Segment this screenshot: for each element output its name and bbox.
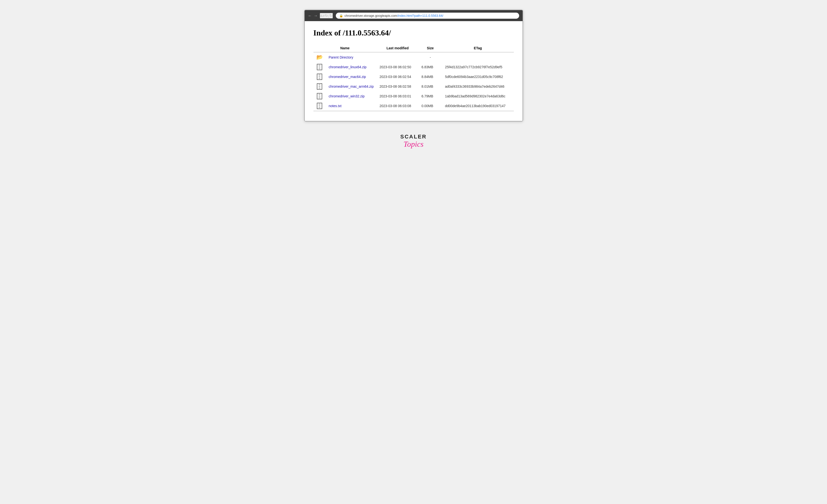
- table-row: 01010101010101chromedriver_mac_arm64.zip…: [313, 81, 514, 91]
- file-icon: 01010101010101: [317, 103, 322, 109]
- file-link[interactable]: chromedriver_win32.zip: [329, 94, 365, 98]
- file-icon-cell: 01010101010101: [313, 91, 326, 101]
- url-display: chromedriver.storage.googleapis.com/inde…: [345, 14, 443, 17]
- lock-icon: 🔒: [339, 14, 343, 17]
- table-header-row: Name Last modified Size ETag: [313, 44, 514, 52]
- file-link[interactable]: notes.txt: [329, 104, 342, 108]
- scaler-title: SCALER: [400, 133, 427, 140]
- back-button[interactable]: ←: [308, 14, 312, 18]
- file-etag-cell: 25f4d1322a97c772cb9276f7e52d9ef5: [442, 62, 514, 72]
- page-title: Index of /111.0.5563.64/: [313, 29, 514, 38]
- file-modified-cell: 2023-03-08 06:02:50: [377, 62, 419, 72]
- file-modified-cell: 2023-03-08 06:03:08: [377, 101, 419, 111]
- file-size-cell: 6.79MB: [419, 91, 442, 101]
- file-link[interactable]: chromedriver_linux64.zip: [329, 65, 367, 69]
- file-etag-cell: ad0af4333c36933b984a7edeb2647d46: [442, 81, 514, 91]
- file-modified-cell: 2023-03-08 06:03:01: [377, 91, 419, 101]
- file-icon-cell: 📂: [313, 52, 326, 62]
- file-table: Name Last modified Size ETag 📂Parent Dir…: [313, 44, 514, 111]
- table-row: 01010101010101chromedriver_mac64.zip2023…: [313, 72, 514, 81]
- col-header-name: Name: [313, 44, 377, 52]
- file-icon: 01010101010101: [317, 83, 322, 90]
- file-icon: 01010101010101: [317, 93, 322, 99]
- file-name-cell[interactable]: Parent Directory: [326, 52, 377, 62]
- file-etag-cell: 1ab9bad13ad569d982302e7e4da63d6c: [442, 91, 514, 101]
- file-name-cell[interactable]: chromedriver_linux64.zip: [326, 62, 377, 72]
- file-size-cell: 0.00MB: [419, 101, 442, 111]
- file-name-cell[interactable]: notes.txt: [326, 101, 377, 111]
- file-link[interactable]: Parent Directory: [329, 55, 353, 59]
- file-link[interactable]: chromedriver_mac_arm64.zip: [329, 85, 374, 89]
- url-path: /index.html?path=111.0.5563.64/: [397, 14, 443, 17]
- file-icon-cell: 01010101010101: [313, 81, 326, 91]
- file-name-cell[interactable]: chromedriver_win32.zip: [326, 91, 377, 101]
- col-header-size: Size: [419, 44, 442, 52]
- col-header-etag: ETag: [442, 44, 514, 52]
- file-name-cell[interactable]: chromedriver_mac_arm64.zip: [326, 81, 377, 91]
- file-modified-cell: 2023-03-08 06:02:58: [377, 81, 419, 91]
- file-modified-cell: [377, 52, 419, 62]
- forward-button[interactable]: →: [314, 14, 318, 18]
- table-row: 📂Parent Directory-: [313, 52, 514, 62]
- file-icon-cell: 01010101010101: [313, 101, 326, 111]
- file-size-cell: 8.84MB: [419, 72, 442, 81]
- file-etag-cell: 5df0cde6094b3aae2231d05c9c708f62: [442, 72, 514, 81]
- scaler-topics: Topics: [400, 140, 427, 149]
- file-modified-cell: 2023-03-08 06:02:54: [377, 72, 419, 81]
- folder-icon: 📂: [317, 54, 323, 60]
- file-link[interactable]: chromedriver_mac64.zip: [329, 75, 366, 79]
- table-row: 01010101010101notes.txt2023-03-08 06:03:…: [313, 101, 514, 111]
- file-icon: 01010101010101: [317, 64, 322, 70]
- address-bar[interactable]: 🔒 chromedriver.storage.googleapis.com/in…: [336, 13, 519, 19]
- table-row: 01010101010101chromedriver_linux64.zip20…: [313, 62, 514, 72]
- nav-buttons: ← → &#↻;↻: [308, 13, 333, 18]
- file-icon-cell: 01010101010101: [313, 72, 326, 81]
- url-base: chromedriver.storage.googleapis.com: [345, 14, 397, 17]
- browser-toolbar: ← → &#↻;↻ 🔒 chromedriver.storage.googlea…: [305, 10, 523, 21]
- col-header-modified: Last modified: [377, 44, 419, 52]
- file-size-cell: -: [419, 52, 442, 62]
- browser-content: Index of /111.0.5563.64/ Name Last modif…: [305, 21, 523, 121]
- file-icon: 01010101010101: [317, 73, 322, 80]
- file-etag-cell: dd00de9b4ae20113bab190ed03197147: [442, 101, 514, 111]
- file-size-cell: 6.83MB: [419, 62, 442, 72]
- scaler-branding: SCALER Topics: [400, 133, 427, 149]
- table-row: 01010101010101chromedriver_win32.zip2023…: [313, 91, 514, 101]
- file-icon-cell: 01010101010101: [313, 62, 326, 72]
- file-etag-cell: [442, 52, 514, 62]
- file-size-cell: 8.01MB: [419, 81, 442, 91]
- reload-button[interactable]: &#↻;↻: [320, 13, 333, 18]
- browser-window: ← → &#↻;↻ 🔒 chromedriver.storage.googlea…: [304, 10, 523, 121]
- file-name-cell[interactable]: chromedriver_mac64.zip: [326, 72, 377, 81]
